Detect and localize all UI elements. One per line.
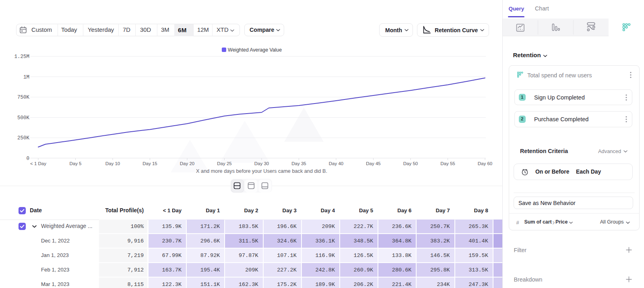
svg-text:Day 10: Day 10 (105, 161, 120, 166)
svg-text:Day 40: Day 40 (329, 161, 343, 166)
svg-text:Day 20: Day 20 (180, 161, 194, 166)
svg-text:Day 50: Day 50 (403, 161, 418, 166)
svg-text:0: 0 (26, 156, 29, 162)
svg-text:1M: 1M (23, 75, 29, 80)
svg-text:Day 55: Day 55 (440, 161, 455, 166)
svg-text:Day 35: Day 35 (291, 161, 306, 166)
svg-text:Day 60: Day 60 (478, 161, 492, 166)
svg-text:Day 15: Day 15 (142, 161, 157, 166)
svg-text:Day 30: Day 30 (254, 161, 269, 166)
svg-text:Day 25: Day 25 (217, 161, 231, 166)
svg-text:Day 45: Day 45 (366, 161, 380, 166)
svg-text:500K: 500K (17, 115, 30, 121)
svg-text:1.25M: 1.25M (14, 54, 29, 60)
svg-text:< 1 Day: < 1 Day (30, 161, 46, 166)
svg-text:Day 5: Day 5 (69, 161, 81, 166)
svg-text:250K: 250K (17, 135, 30, 141)
svg-text:750K: 750K (17, 95, 30, 100)
